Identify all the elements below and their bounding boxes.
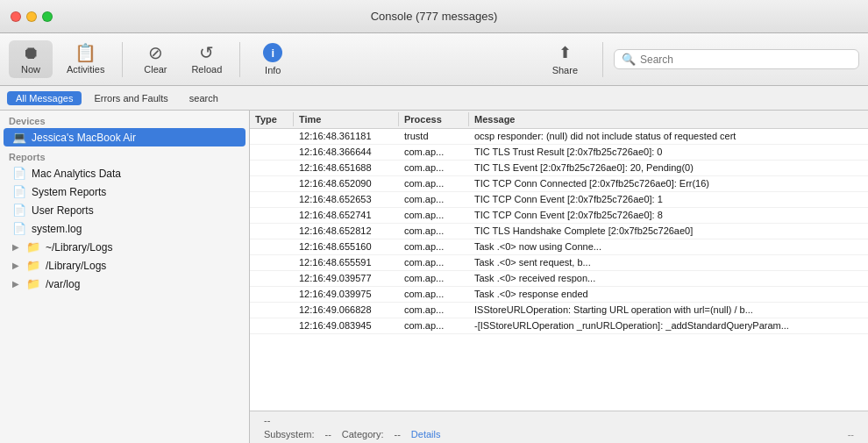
details-link[interactable]: Details [411, 429, 441, 439]
reload-label: Reload [191, 64, 222, 75]
table-row[interactable]: 12:16:48.361181 trustd ocsp responder: (… [250, 129, 868, 145]
sidebar-item-mac-analytics[interactable]: 📄 Mac Analytics Data [4, 164, 245, 182]
table-row[interactable]: 12:16:48.655160 com.ap... Task .<0> now … [250, 239, 868, 255]
activities-label: Activities [67, 64, 104, 75]
row-process: com.ap... [399, 239, 469, 254]
sidebar-item-user-reports[interactable]: 📄 User Reports [4, 201, 245, 219]
row-message: TIC TCP Conn Event [2:0x7fb25c726ae0]: 8 [469, 208, 868, 223]
table-row[interactable]: 12:16:48.655591 com.ap... Task .<0> sent… [250, 255, 868, 271]
search-icon: 🔍 [622, 53, 636, 66]
sidebar: Devices 💻 Jessica's MacBook Air Reports … [0, 111, 250, 443]
table-row[interactable]: 12:16:49.039577 com.ap... Task .<0> rece… [250, 271, 868, 287]
row-message: Task .<0> received respon... [469, 271, 868, 286]
clear-label: Clear [144, 64, 167, 75]
table-row[interactable]: 12:16:49.066828 com.ap... ISStoreURLOper… [250, 303, 868, 318]
row-type [250, 208, 294, 223]
row-type [250, 224, 294, 239]
toolbar: ⏺ Now 📋 Activities ⊘ Clear ↺ Reload i In… [0, 33, 868, 86]
table-row[interactable]: 12:16:48.366644 com.ap... TIC TLS Trust … [250, 145, 868, 161]
reload-button[interactable]: ↺ Reload [184, 40, 229, 78]
row-type [250, 239, 294, 254]
row-process: com.ap... [399, 208, 469, 223]
status-meta: Subsystem: -- Category: -- Details -- [264, 429, 854, 439]
reload-icon: ↺ [199, 44, 214, 61]
share-button[interactable]: ⬆ Share [538, 39, 592, 79]
row-time: 12:16:49.066828 [294, 303, 399, 318]
var-log-label: /var/log [46, 278, 80, 290]
activities-icon: 📋 [75, 44, 96, 61]
library-logs-user-label: ~/Library/Logs [46, 241, 112, 254]
row-time: 12:16:48.655160 [294, 239, 399, 254]
category-value: -- [395, 429, 401, 439]
share-label: Share [552, 65, 578, 75]
filter-bar: All Messages Errors and Faults search [0, 86, 868, 111]
info-button[interactable]: i Info [251, 39, 295, 79]
row-process: com.ap... [399, 224, 469, 239]
row-message: -[ISStoreURLOperation _runURLOperation]:… [469, 318, 868, 333]
minimize-button[interactable] [26, 11, 37, 22]
col-header-message: Message [469, 112, 868, 126]
folder-arrow-3: ▶ [12, 279, 19, 289]
row-message: TIC TCP Conn Event [2:0x7fb25c726ae0]: 1 [469, 192, 868, 207]
row-process: com.ap... [399, 145, 469, 160]
macbook-icon: 💻 [12, 131, 26, 144]
row-time: 12:16:49.083945 [294, 318, 399, 333]
row-time: 12:16:48.652812 [294, 224, 399, 239]
sidebar-item-var-log[interactable]: ▶ 📁 /var/log [4, 275, 245, 293]
row-time: 12:16:49.039577 [294, 271, 399, 286]
library-logs-label: /Library/Logs [46, 260, 106, 272]
search-input[interactable] [640, 54, 851, 66]
search-bar: 🔍 [614, 49, 859, 69]
user-reports-label: User Reports [32, 204, 94, 217]
sidebar-device-macbook[interactable]: 💻 Jessica's MacBook Air [4, 128, 245, 146]
file-icon-mac-analytics: 📄 [12, 167, 26, 180]
all-messages-filter[interactable]: All Messages [7, 91, 82, 105]
row-process: com.ap... [399, 271, 469, 286]
search-filter[interactable]: search [181, 91, 227, 105]
row-type [250, 192, 294, 207]
toolbar-separator-2 [239, 42, 240, 77]
close-button[interactable] [11, 11, 21, 22]
folder-arrow-1: ▶ [12, 242, 19, 252]
row-type [250, 161, 294, 175]
sidebar-item-library-logs-user[interactable]: ▶ 📁 ~/Library/Logs [4, 238, 245, 256]
row-time: 12:16:48.652741 [294, 208, 399, 223]
sidebar-item-library-logs[interactable]: ▶ 📁 /Library/Logs [4, 256, 245, 275]
table-row[interactable]: 12:16:48.652812 com.ap... TIC TLS Handsh… [250, 224, 868, 239]
sidebar-item-system-reports[interactable]: 📄 System Reports [4, 182, 245, 201]
row-time: 12:16:49.039975 [294, 287, 399, 302]
folder-icon-2: 📁 [26, 259, 40, 272]
info-label: Info [265, 65, 281, 75]
row-message: ISStoreURLOperation: Starting URL operat… [469, 303, 868, 318]
table-row[interactable]: 12:16:48.652741 com.ap... TIC TCP Conn E… [250, 208, 868, 224]
row-time: 12:16:48.361181 [294, 129, 399, 144]
row-message: TIC TCP Conn Connected [2:0x7fb25c726ae0… [469, 176, 868, 191]
table-row[interactable]: 12:16:48.651688 com.ap... TIC TLS Event … [250, 161, 868, 176]
row-time: 12:16:48.366644 [294, 145, 399, 160]
clear-button[interactable]: ⊘ Clear [133, 40, 177, 78]
row-type [250, 145, 294, 160]
file-icon-system-reports: 📄 [12, 185, 26, 198]
sidebar-item-system-log[interactable]: 📄 system.log [4, 219, 245, 238]
row-message: ocsp responder: (null) did not include s… [469, 129, 868, 144]
toolbar-separator-3 [602, 42, 603, 77]
traffic-lights [11, 11, 53, 22]
folder-icon-3: 📁 [26, 277, 40, 290]
table-row[interactable]: 12:16:49.039975 com.ap... Task .<0> resp… [250, 287, 868, 303]
now-button[interactable]: ⏺ Now [9, 40, 53, 78]
status-dash: -- [264, 415, 270, 425]
device-name: Jessica's MacBook Air [32, 132, 136, 144]
reports-section-label: Reports [0, 146, 249, 164]
maximize-button[interactable] [42, 11, 53, 22]
log-table-header: Type Time Process Message [250, 111, 868, 129]
table-row[interactable]: 12:16:48.652653 com.ap... TIC TCP Conn E… [250, 192, 868, 208]
activities-button[interactable]: 📋 Activities [60, 40, 111, 78]
table-row[interactable]: 12:16:49.083945 com.ap... -[ISStoreURLOp… [250, 318, 868, 334]
row-message: Task .<0> now using Conne... [469, 239, 868, 254]
errors-faults-filter[interactable]: Errors and Faults [85, 91, 176, 105]
col-header-time: Time [294, 112, 399, 126]
devices-section-label: Devices [0, 111, 249, 128]
share-icon: ⬆ [559, 43, 572, 62]
file-icon-system-log: 📄 [12, 222, 26, 235]
table-row[interactable]: 12:16:48.652090 com.ap... TIC TCP Conn C… [250, 176, 868, 192]
